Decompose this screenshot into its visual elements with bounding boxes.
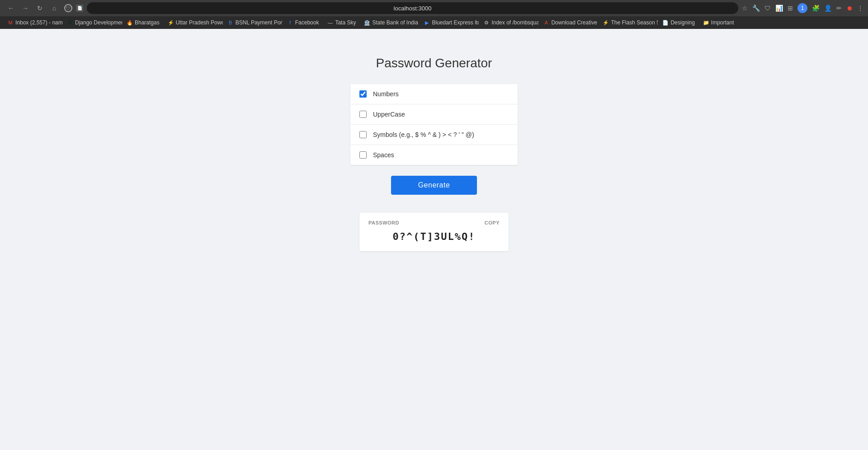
numbers-checkbox[interactable] xyxy=(359,90,367,98)
spaces-label: Spaces xyxy=(373,151,394,159)
home-button[interactable]: ⌂ xyxy=(48,2,61,14)
spaces-checkbox[interactable] xyxy=(359,151,367,159)
creative-icon: A xyxy=(543,19,549,26)
address-bar[interactable]: localhost:3000 xyxy=(87,2,738,14)
generate-button[interactable]: Generate xyxy=(391,176,477,195)
extension-icon[interactable]: 🧩 xyxy=(812,5,820,12)
browser-toolbar: ← → ↻ ⌂ 🛡 📄 localhost:3000 ☆ 🔧 🛡 📊 ⊞ 1 🧩… xyxy=(0,0,868,16)
password-output-card: PASSWORD COPY 0?^(T]3UL%Q! xyxy=(359,213,509,251)
django-icon: D xyxy=(67,19,73,26)
refresh-button[interactable]: ↻ xyxy=(33,2,46,14)
shield-icon[interactable]: 🛡 xyxy=(764,5,771,12)
password-label: PASSWORD xyxy=(368,220,399,225)
security-icon: 🛡 xyxy=(64,4,72,12)
gmail-icon: M xyxy=(7,19,14,26)
password-value: 0?^(T]3UL%Q! xyxy=(368,231,500,242)
option-row-symbols: Symbols (e.g., $ % ^ & ) > < ? ' " @) xyxy=(350,125,518,145)
bookmark-label: Bharatgas xyxy=(135,19,160,26)
bharatgas-icon: 🔥 xyxy=(127,19,133,26)
flash-icon: ⚡ xyxy=(603,19,609,26)
back-button[interactable]: ← xyxy=(5,2,17,14)
page-content: Password Generator Numbers UpperCase Sym… xyxy=(0,29,868,450)
uppercase-label: UpperCase xyxy=(373,111,405,118)
bookmark-label: BSNL Payment Portal xyxy=(236,19,283,26)
bookmark-facebook[interactable]: f Facebook xyxy=(283,19,323,27)
uppc-icon: ⚡ xyxy=(168,19,174,26)
toolbar-icons: ☆ 🔧 🛡 📊 ⊞ 1 🧩 👤 ✏ ⏺ ⋮ xyxy=(742,3,863,13)
bookmark-label: Django Development xyxy=(75,19,122,26)
bookmark-label: Bluedart Express ltd: Tr... xyxy=(432,19,479,26)
bookmark-label: Uttar Pradesh Power C... xyxy=(176,19,223,26)
bookmark-bharatgas[interactable]: 🔥 Bharatgas xyxy=(123,19,163,27)
nav-buttons: ← → ↻ ⌂ xyxy=(5,2,61,14)
user-icon[interactable]: 👤 xyxy=(824,5,832,12)
wrench-icon[interactable]: 🔧 xyxy=(752,5,760,12)
uppercase-checkbox[interactable] xyxy=(359,111,367,118)
bookmark-bsnl[interactable]: B BSNL Payment Portal xyxy=(224,19,283,27)
bookmark-inbox[interactable]: M Inbox (2,557) - naman... xyxy=(4,19,62,27)
symbols-label: Symbols (e.g., $ % ^ & ) > < ? ' " @) xyxy=(373,131,474,138)
bookmark-designing[interactable]: 📄 Designing xyxy=(659,19,698,27)
bookmark-label: The Flash Season 5 Co... xyxy=(611,19,658,26)
bookmark-flash[interactable]: ⚡ The Flash Season 5 Co... xyxy=(599,19,658,27)
pencil-icon[interactable]: ✏ xyxy=(836,5,842,12)
page-icon: 📄 xyxy=(76,5,83,12)
bombsquad-icon: ⚙ xyxy=(483,19,490,26)
close-icon[interactable]: ⏺ xyxy=(846,5,853,12)
numbers-label: Numbers xyxy=(373,90,399,98)
bookmark-tatasky[interactable]: — Tata Sky xyxy=(323,19,359,27)
tatasky-icon: — xyxy=(327,19,333,26)
menu-icon[interactable]: ⋮ xyxy=(857,5,863,12)
bookmark-label: Designing xyxy=(670,19,694,26)
copy-button[interactable]: COPY xyxy=(485,220,500,225)
bookmark-sbi[interactable]: 🏦 State Bank of India xyxy=(360,19,419,27)
bookmark-label: Index of /bombsquad... xyxy=(491,19,538,26)
forward-button[interactable]: → xyxy=(19,2,32,14)
profile-icon[interactable]: 1 xyxy=(797,3,807,13)
option-row-numbers: Numbers xyxy=(350,84,518,104)
star-icon[interactable]: ☆ xyxy=(742,5,748,12)
layout-icon[interactable]: ⊞ xyxy=(788,5,793,12)
option-row-spaces: Spaces xyxy=(350,145,518,165)
bookmark-label: State Bank of India xyxy=(372,19,418,26)
bookmark-django[interactable]: D Django Development xyxy=(63,19,122,27)
facebook-icon: f xyxy=(287,19,293,26)
bsnl-icon: B xyxy=(227,19,234,26)
symbols-checkbox[interactable] xyxy=(359,131,367,138)
bluedart-icon: ▶ xyxy=(424,19,430,26)
bookmark-label: Important xyxy=(711,19,734,26)
bookmark-label: Inbox (2,557) - naman... xyxy=(15,19,62,26)
option-row-uppercase: UpperCase xyxy=(350,104,518,125)
important-icon: 📁 xyxy=(703,19,709,26)
bookmark-uppc[interactable]: ⚡ Uttar Pradesh Power C... xyxy=(164,19,223,27)
graph-icon[interactable]: 📊 xyxy=(775,5,783,12)
designing-icon: 📄 xyxy=(662,19,669,26)
bookmark-important[interactable]: 📁 Important xyxy=(699,19,738,27)
bookmark-bombsquad[interactable]: ⚙ Index of /bombsquad... xyxy=(480,19,538,27)
password-card-header: PASSWORD COPY xyxy=(368,220,500,225)
bookmark-label: Download Creative Cl... xyxy=(551,19,598,26)
bookmark-label: Facebook xyxy=(295,19,319,26)
options-card: Numbers UpperCase Symbols (e.g., $ % ^ &… xyxy=(350,84,518,165)
bookmark-bluedart[interactable]: ▶ Bluedart Express ltd: Tr... xyxy=(420,19,479,27)
sbi-icon: 🏦 xyxy=(364,19,370,26)
page-title: Password Generator xyxy=(376,56,492,70)
bookmarks-bar: M Inbox (2,557) - naman... D Django Deve… xyxy=(0,16,868,29)
bookmark-creative[interactable]: A Download Creative Cl... xyxy=(539,19,598,27)
bookmark-label: Tata Sky xyxy=(335,19,356,26)
browser-chrome: ← → ↻ ⌂ 🛡 📄 localhost:3000 ☆ 🔧 🛡 📊 ⊞ 1 🧩… xyxy=(0,0,868,29)
